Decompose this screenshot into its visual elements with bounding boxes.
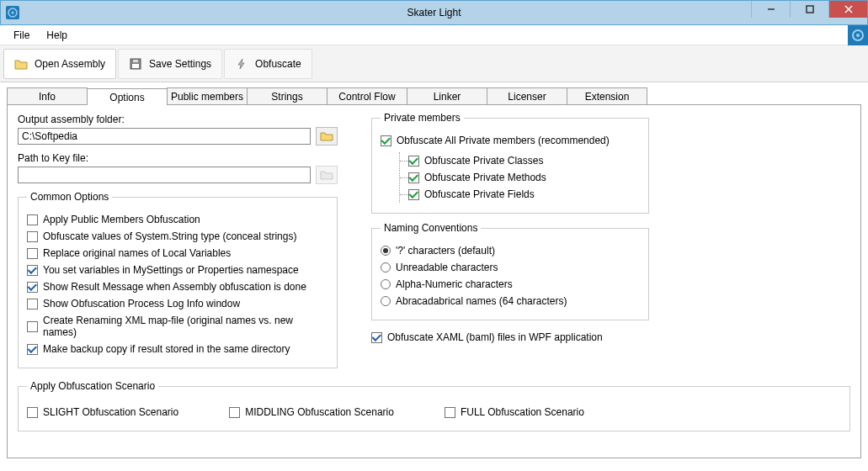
save-settings-label: Save Settings <box>149 58 211 70</box>
browse-output-button[interactable] <box>316 127 338 146</box>
window-title: Skater Light <box>407 7 461 19</box>
label-scenario-middling: MIDDLING Obfuscation Scenario <box>245 406 394 418</box>
output-folder-input[interactable] <box>18 128 311 145</box>
label-naming-abra: Abracadabrical names (64 characters) <box>396 295 567 307</box>
folder-icon <box>320 170 333 180</box>
label-obf-strings: Obfuscate values of System.String type (… <box>43 230 296 242</box>
right-column: Private members Obfuscate All Private me… <box>371 112 850 377</box>
radio-naming-abra[interactable] <box>381 296 391 306</box>
checkbox-scenario-full[interactable] <box>445 407 455 418</box>
tab-licenser[interactable]: Licenser <box>487 87 567 104</box>
checkbox-replace-local[interactable] <box>27 248 38 259</box>
label-private-methods: Obfuscate Private Methods <box>424 172 546 183</box>
keyfile-label: Path to Key file: <box>18 152 338 164</box>
scenario-group: Apply Obfuscation Scenario SLIGHT Obfusc… <box>18 380 850 431</box>
checkbox-show-result[interactable] <box>27 282 38 293</box>
label-show-result: Show Result Message when Assembly obfusc… <box>43 281 306 293</box>
scenario-legend: Apply Obfuscation Scenario <box>27 380 158 392</box>
svg-rect-3 <box>807 6 813 13</box>
checkbox-xaml[interactable] <box>371 332 382 343</box>
tab-page-options: Output assembly folder: Path to Key file… <box>7 105 861 458</box>
open-assembly-button[interactable]: Open Assembly <box>3 49 116 79</box>
label-scenario-slight: SLIGHT Obfuscation Scenario <box>43 406 178 418</box>
save-icon <box>129 57 142 71</box>
left-column: Output assembly folder: Path to Key file… <box>18 112 338 377</box>
obfuscate-button[interactable]: Obfuscate <box>224 49 312 79</box>
keyfile-input[interactable] <box>18 167 311 183</box>
checkbox-private-classes[interactable] <box>408 156 419 167</box>
tab-strings[interactable]: Strings <box>247 87 327 104</box>
svg-point-1 <box>12 12 14 14</box>
label-naming-alnum: Alpha-Numeric characters <box>396 278 513 290</box>
label-naming-q: '?' characters (default) <box>396 245 495 257</box>
checkbox-obf-strings[interactable] <box>27 231 38 242</box>
svg-rect-9 <box>132 64 139 68</box>
label-mysettings: You set variables in MySettings or Prope… <box>43 264 299 276</box>
private-members-legend: Private members <box>381 112 464 124</box>
checkbox-scenario-slight[interactable] <box>27 407 38 418</box>
checkbox-private-methods[interactable] <box>408 172 419 183</box>
tab-linker[interactable]: Linker <box>407 87 487 104</box>
window-buttons <box>751 1 867 18</box>
tab-extension[interactable]: Extension <box>567 87 647 104</box>
radio-naming-alnum[interactable] <box>381 279 391 289</box>
lightning-icon <box>235 57 248 71</box>
tabstrip: Info Options Public members Strings Cont… <box>7 87 861 105</box>
minimize-button[interactable] <box>751 1 790 18</box>
label-scenario-full: FULL Obfuscation Scenario <box>461 406 584 418</box>
browse-keyfile-button[interactable] <box>316 166 338 184</box>
output-folder-label: Output assembly folder: <box>18 114 338 125</box>
checkbox-private-all[interactable] <box>381 135 391 146</box>
checkbox-create-xml[interactable] <box>27 321 38 332</box>
radio-naming-q[interactable] <box>381 246 391 256</box>
toolbar: Open Assembly Save Settings Obfuscate <box>0 45 868 82</box>
app-icon <box>6 6 19 19</box>
gear-icon[interactable] <box>848 25 868 45</box>
label-create-xml: Create Renaming XML map-file (original n… <box>43 315 328 338</box>
close-button[interactable] <box>828 1 867 18</box>
folder-open-icon <box>14 57 28 71</box>
svg-rect-10 <box>133 60 138 62</box>
naming-conventions-group: Naming Conventions '?' characters (defau… <box>371 222 649 320</box>
save-settings-button[interactable]: Save Settings <box>118 49 222 79</box>
checkbox-apply-public[interactable] <box>27 214 38 225</box>
checkbox-private-fields[interactable] <box>408 189 419 200</box>
tab-public-members[interactable]: Public members <box>167 87 248 104</box>
content-area: Info Options Public members Strings Cont… <box>0 82 868 465</box>
label-naming-unreadable: Unreadable characters <box>396 262 498 273</box>
checkbox-scenario-middling[interactable] <box>229 407 240 418</box>
label-apply-public: Apply Public Members Obfuscation <box>43 214 200 225</box>
label-xaml: Obfuscate XAML (baml) files in WPF appli… <box>387 331 603 343</box>
label-private-fields: Obfuscate Private Fields <box>424 188 535 200</box>
tab-options[interactable]: Options <box>87 88 168 105</box>
label-private-all: Obfuscate All Private members (recommend… <box>397 135 610 146</box>
checkbox-show-log[interactable] <box>27 299 38 310</box>
obfuscate-label: Obfuscate <box>255 58 301 70</box>
menu-help[interactable]: Help <box>38 26 76 45</box>
checkbox-mysettings[interactable] <box>27 265 38 276</box>
private-members-group: Private members Obfuscate All Private me… <box>371 112 649 214</box>
radio-naming-unreadable[interactable] <box>381 262 391 273</box>
tab-control-flow[interactable]: Control Flow <box>327 87 407 104</box>
common-options-legend: Common Options <box>27 191 112 203</box>
menu-file[interactable]: File <box>5 26 38 45</box>
label-show-log: Show Obfuscation Process Log Info window <box>43 298 240 310</box>
menubar: File Help <box>0 25 868 45</box>
tab-info[interactable]: Info <box>7 87 88 104</box>
label-backup: Make backup copy if result stored in the… <box>43 343 290 355</box>
folder-icon <box>320 131 333 141</box>
label-private-classes: Obfuscate Private Classes <box>424 155 543 167</box>
svg-point-7 <box>856 34 860 37</box>
checkbox-backup[interactable] <box>27 344 38 355</box>
label-replace-local: Replace original names of Local Variable… <box>43 247 231 259</box>
maximize-button[interactable] <box>790 1 828 18</box>
open-assembly-label: Open Assembly <box>35 58 105 70</box>
naming-conventions-legend: Naming Conventions <box>381 222 481 234</box>
titlebar: Skater Light <box>0 0 868 25</box>
common-options-group: Common Options Apply Public Members Obfu… <box>18 191 338 368</box>
